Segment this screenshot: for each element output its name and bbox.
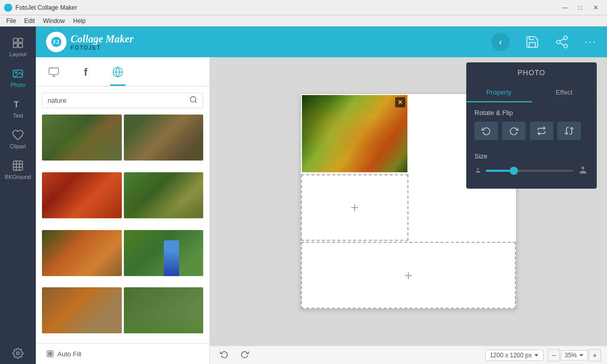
collage-cell-3[interactable]: + [301,242,516,309]
sidebar-item-clipart[interactable]: Clipart [0,124,36,154]
photo-thumb-8[interactable] [124,287,204,333]
rotate-right-button[interactable] [502,122,526,140]
titlebar: FotoJet Collage Maker — □ ✕ [0,0,607,15]
menu-window[interactable]: Window [39,16,69,26]
collage-cell-1[interactable]: ✕ [301,94,408,173]
svg-rect-31 [49,354,50,356]
svg-point-13 [16,352,19,355]
panel-footer: Auto Fill [36,343,209,364]
svg-point-33 [477,168,479,170]
tab-facebook[interactable]: f [82,62,90,86]
zoom-in-button[interactable]: + [589,349,601,361]
menu-edit[interactable]: Edit [20,16,39,26]
search-input[interactable] [42,93,184,108]
photo-thumb-3[interactable] [42,172,122,218]
sidebar-item-layout[interactable]: Layout [0,32,36,62]
tab-desktop[interactable] [46,62,61,86]
undo-button[interactable] [216,348,232,362]
add-photo-icon-2: + [351,199,359,216]
photo-thumb-7[interactable] [42,287,122,333]
svg-rect-4 [18,43,23,48]
autofill-label: Auto Fill [57,350,81,358]
tab-web[interactable] [110,62,125,86]
window-controls: — □ ✕ [558,2,603,13]
minimize-button[interactable]: — [558,2,572,13]
zoom-controls: − 35% + [548,349,601,361]
size-slider-row [474,165,589,176]
photo-grid [36,115,209,343]
close-photo-button[interactable]: ✕ [395,97,405,107]
save-button[interactable] [525,35,539,49]
photo-property-panel: PHOTO Property Effect Rotate & Flip [466,62,597,189]
close-button[interactable]: ✕ [589,2,603,13]
back-button[interactable]: ‹ [491,33,510,51]
tab-effect[interactable]: Effect [532,83,597,102]
photo-thumb-4[interactable] [124,172,204,218]
logo-name: Collage Maker [71,33,134,45]
zoom-out-button[interactable]: − [548,349,560,361]
size-label: Size [474,152,589,160]
svg-rect-30 [51,352,52,354]
sidebar-item-background[interactable]: BKGround [0,154,36,185]
share-button[interactable] [555,35,569,49]
svg-marker-36 [579,354,583,356]
svg-line-19 [560,43,564,46]
svg-marker-35 [534,354,538,356]
photo-panel-tabs: Property Effect [466,83,597,103]
rotate-flip-label: Rotate & Flip [474,109,589,117]
menu-help[interactable]: Help [69,16,90,26]
svg-point-6 [15,72,17,73]
photo-thumb-5[interactable] [42,230,122,276]
add-photo-icon-3: + [404,267,413,284]
svg-point-17 [556,40,560,44]
rotate-left-button[interactable] [474,122,498,140]
size-slider[interactable] [486,170,573,172]
svg-rect-28 [47,351,53,357]
canvas-content: ✕ + + [210,57,607,346]
collage-cell-2[interactable]: + [301,174,408,241]
canvas-bottombar: 1200 x 1200 px − 35% + [210,346,607,364]
sidebar: Layout Photo T Text Clipart [0,27,36,364]
photo-thumb-2[interactable] [124,115,204,161]
menu-file[interactable]: File [2,16,20,26]
photo-panel-title: PHOTO [466,62,597,83]
svg-text:T: T [14,100,19,109]
tab-property[interactable]: Property [466,83,532,102]
svg-point-26 [190,97,196,102]
svg-point-0 [6,6,10,10]
person-small-icon [474,167,482,174]
sidebar-text-label: Text [13,112,23,119]
canvas-size-label: 1200 x 1200 px [490,352,532,359]
canvas-area: ✕ + + [210,57,607,364]
autofill-button[interactable]: Auto Fill [42,348,85,360]
app-icon [4,4,12,12]
flip-horizontal-button[interactable] [530,122,553,140]
sidebar-item-text[interactable]: T Text [0,93,36,124]
settings-button[interactable] [0,343,36,364]
topbar-actions: ‹ [220,33,597,51]
zoom-dropdown-icon [579,353,584,358]
logo-icon: FJ [46,32,67,52]
app-layout: Layout Photo T Text Clipart [0,27,607,364]
sidebar-item-photo[interactable]: Photo [0,62,36,93]
photo-thumb-6[interactable] [124,230,204,276]
sidebar-photo-label: Photo [11,82,26,88]
more-button[interactable]: ··· [584,35,597,49]
zoom-value[interactable]: 35% [561,350,588,360]
menubar: File Edit Window Help [0,15,607,27]
svg-text:FJ: FJ [53,39,59,45]
redo-button[interactable] [236,348,253,362]
svg-rect-21 [49,68,58,75]
maximize-button[interactable]: □ [573,2,588,13]
svg-rect-1 [13,38,17,42]
svg-point-34 [581,167,584,170]
flip-vertical-button[interactable] [557,122,581,140]
sidebar-clipart-label: Clipart [10,143,26,149]
search-button[interactable] [184,93,203,108]
canvas-size-selector[interactable]: 1200 x 1200 px [485,350,544,361]
logo-text: Collage Maker FOTOJET [71,33,134,51]
panel-source-tabs: f [36,57,209,86]
photo-thumb-1[interactable] [42,115,122,161]
rotate-flip-buttons [474,122,589,140]
logo-sub: FOTOJET [71,45,134,51]
